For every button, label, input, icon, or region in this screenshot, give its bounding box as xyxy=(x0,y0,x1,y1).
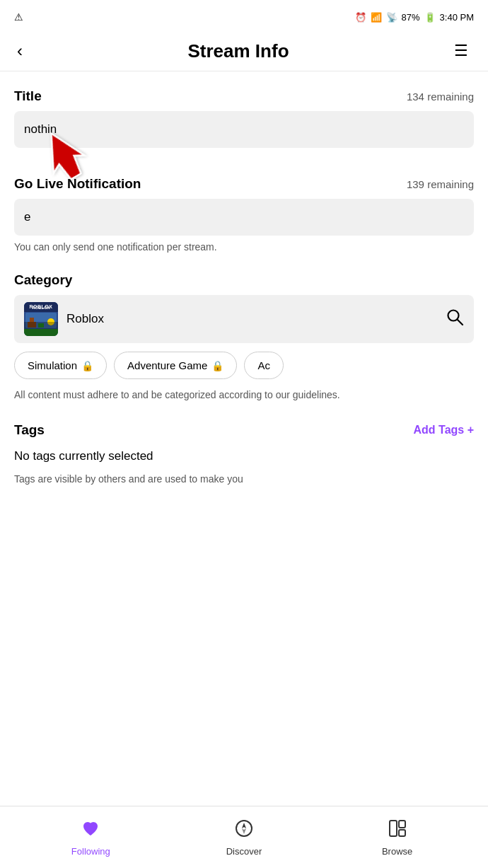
svg-marker-0 xyxy=(42,127,91,185)
add-tags-button[interactable]: Add Tags + xyxy=(414,424,475,436)
category-search-button[interactable] xyxy=(446,308,464,330)
svg-point-8 xyxy=(47,318,54,325)
nav-discover-label: Discover xyxy=(226,846,262,857)
svg-text:ROBLOX: ROBLOX xyxy=(32,306,50,310)
svg-line-11 xyxy=(458,320,463,325)
bottom-nav: Following Discover Browse xyxy=(0,806,488,868)
cursor-arrow xyxy=(42,127,113,190)
guideline-text: All content must adhere to and be catego… xyxy=(14,388,474,403)
header: ‹ Stream Info ☰ xyxy=(0,31,488,71)
browse-grid-icon xyxy=(388,818,407,838)
tag-ac-label: Ac xyxy=(257,359,270,371)
notification-input[interactable] xyxy=(14,199,474,236)
main-content: Title 134 remaining Go Live Notification… xyxy=(0,71,488,487)
category-tags: Simulation 🔒 Adventure Game 🔒 Ac xyxy=(14,352,474,379)
tags-header: Tags Add Tags + xyxy=(14,422,474,438)
svg-rect-6 xyxy=(30,318,34,322)
browse-icon xyxy=(388,818,407,843)
svg-rect-2 xyxy=(24,302,58,312)
svg-rect-16 xyxy=(399,821,405,828)
nav-browse-label: Browse xyxy=(382,846,412,857)
svg-marker-13 xyxy=(242,823,246,828)
svg-rect-15 xyxy=(390,821,397,836)
tags-section: Tags Add Tags + No tags currently select… xyxy=(14,422,474,487)
title-header: Title 134 remaining xyxy=(14,88,474,104)
battery-level: 87% xyxy=(402,12,420,23)
title-label: Title xyxy=(14,88,42,104)
menu-button[interactable]: ☰ xyxy=(448,39,474,63)
category-header: Category xyxy=(14,272,474,288)
nav-item-discover[interactable]: Discover xyxy=(212,818,276,857)
nav-following-label: Following xyxy=(71,846,110,857)
lock-icon-adventure: 🔒 xyxy=(211,360,223,371)
svg-rect-5 xyxy=(28,322,36,328)
tags-label: Tags xyxy=(14,422,45,438)
compass-icon xyxy=(234,818,254,843)
tag-chip-ac[interactable]: Ac xyxy=(244,352,284,379)
following-heart-icon xyxy=(81,818,100,838)
category-input-row[interactable]: ROBLOX Roblox xyxy=(14,295,474,343)
time: 3:40 PM xyxy=(440,12,474,23)
category-game-icon: ROBLOX xyxy=(24,302,58,336)
svg-rect-17 xyxy=(399,830,405,836)
wifi-icon: 📶 xyxy=(371,12,382,23)
no-tags-text: No tags currently selected xyxy=(14,449,474,463)
tags-info-text: Tags are visible by others and are used … xyxy=(14,472,474,487)
category-section: Category ROBLOX Roblox xyxy=(14,272,474,403)
tag-chip-adventure[interactable]: Adventure Game 🔒 xyxy=(114,352,237,379)
tag-adventure-label: Adventure Game xyxy=(127,359,207,371)
tag-chip-simulation[interactable]: Simulation 🔒 xyxy=(14,352,107,379)
page-title: Stream Info xyxy=(187,40,289,62)
roblox-game-thumbnail: ROBLOX xyxy=(24,302,58,336)
search-icon xyxy=(446,308,464,326)
nav-item-browse[interactable]: Browse xyxy=(366,818,429,857)
nav-item-following[interactable]: Following xyxy=(59,818,122,857)
notification-remaining: 139 remaining xyxy=(407,178,474,190)
svg-rect-9 xyxy=(24,329,58,336)
tag-simulation-label: Simulation xyxy=(28,359,77,371)
category-game-name: Roblox xyxy=(66,312,437,326)
svg-rect-7 xyxy=(38,323,44,328)
notification-hint: You can only send one notification per s… xyxy=(14,241,474,253)
title-remaining: 134 remaining xyxy=(407,91,474,103)
title-section: Title 134 remaining xyxy=(14,88,474,148)
signal-icon: 📡 xyxy=(386,12,397,23)
status-warning: ⚠ xyxy=(14,11,23,23)
category-label: Category xyxy=(14,272,72,288)
status-right: ⏰ 📶 📡 87% 🔋 3:40 PM xyxy=(355,12,474,23)
svg-marker-14 xyxy=(242,828,246,834)
discover-compass-icon xyxy=(234,818,254,838)
back-button[interactable]: ‹ xyxy=(11,38,28,64)
alarm-icon: ⏰ xyxy=(355,12,366,23)
heart-icon xyxy=(81,818,100,843)
status-bar: ⚠ ⏰ 📶 📡 87% 🔋 3:40 PM xyxy=(0,0,488,31)
lock-icon-simulation: 🔒 xyxy=(81,360,93,371)
battery-icon: 🔋 xyxy=(424,12,436,23)
